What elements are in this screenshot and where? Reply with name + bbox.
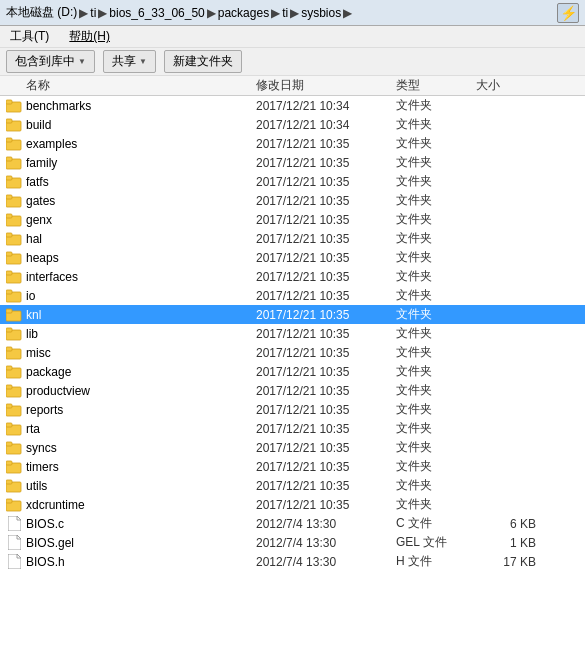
svg-rect-35 (6, 423, 12, 427)
file-name: utils (26, 479, 256, 493)
table-row[interactable]: gates2017/12/21 10:35文件夹 (0, 191, 585, 210)
new-folder-label: 新建文件夹 (173, 53, 233, 70)
path-packages[interactable]: packages (218, 6, 269, 20)
share-label: 共享 (112, 53, 136, 70)
table-row[interactable]: interfaces2017/12/21 10:35文件夹 (0, 267, 585, 286)
folder-icon (6, 422, 22, 436)
file-type: 文件夹 (396, 344, 476, 361)
table-row[interactable]: rta2017/12/21 10:35文件夹 (0, 419, 585, 438)
file-name: hal (26, 232, 256, 246)
file-name: build (26, 118, 256, 132)
table-row[interactable]: productview2017/12/21 10:35文件夹 (0, 381, 585, 400)
col-header-type[interactable]: 类型 (396, 77, 476, 94)
path-drive[interactable]: 本地磁盘 (D:) (6, 4, 77, 21)
table-row[interactable]: package2017/12/21 10:35文件夹 (0, 362, 585, 381)
file-type: 文件夹 (396, 458, 476, 475)
file-icon (6, 517, 22, 531)
file-type: 文件夹 (396, 401, 476, 418)
table-row[interactable]: family2017/12/21 10:35文件夹 (0, 153, 585, 172)
file-name: timers (26, 460, 256, 474)
file-type: 文件夹 (396, 154, 476, 171)
file-name: fatfs (26, 175, 256, 189)
file-size: 17 KB (476, 555, 536, 569)
folder-icon (6, 346, 22, 360)
file-date: 2017/12/21 10:35 (256, 308, 396, 322)
folder-icon (6, 156, 22, 170)
svg-rect-5 (6, 138, 12, 142)
file-name: BIOS.c (26, 517, 256, 531)
new-folder-button[interactable]: 新建文件夹 (164, 50, 242, 73)
file-name: misc (26, 346, 256, 360)
folder-icon (6, 175, 22, 189)
file-type: 文件夹 (396, 135, 476, 152)
path-bios[interactable]: bios_6_33_06_50 (109, 6, 204, 20)
file-date: 2017/12/21 10:35 (256, 156, 396, 170)
path-ti2[interactable]: ti (282, 6, 288, 20)
file-date: 2017/12/21 10:35 (256, 479, 396, 493)
table-row[interactable]: heaps2017/12/21 10:35文件夹 (0, 248, 585, 267)
add-to-library-button[interactable]: 包含到库中 ▼ (6, 50, 95, 73)
menu-tools[interactable]: 工具(T) (6, 27, 53, 46)
file-type: 文件夹 (396, 439, 476, 456)
table-row[interactable]: syncs2017/12/21 10:35文件夹 (0, 438, 585, 457)
table-row[interactable]: BIOS.h2012/7/4 13:30H 文件17 KB (0, 552, 585, 571)
svg-rect-15 (6, 233, 12, 237)
path-sysbios[interactable]: sysbios (301, 6, 341, 20)
path-ti1[interactable]: ti (90, 6, 96, 20)
add-to-library-label: 包含到库中 (15, 53, 75, 70)
table-row[interactable]: build2017/12/21 10:34文件夹 (0, 115, 585, 134)
table-row[interactable]: xdcruntime2017/12/21 10:35文件夹 (0, 495, 585, 514)
folder-icon (6, 384, 22, 398)
table-row[interactable]: BIOS.c2012/7/4 13:30C 文件6 KB (0, 514, 585, 533)
file-name: family (26, 156, 256, 170)
table-row[interactable]: misc2017/12/21 10:35文件夹 (0, 343, 585, 362)
file-name: io (26, 289, 256, 303)
svg-rect-33 (6, 404, 12, 408)
file-name: xdcruntime (26, 498, 256, 512)
file-name: syncs (26, 441, 256, 455)
table-row[interactable]: genx2017/12/21 10:35文件夹 (0, 210, 585, 229)
col-header-size[interactable]: 大小 (476, 77, 536, 94)
column-headers: 名称 修改日期 类型 大小 (0, 76, 585, 96)
file-name: gates (26, 194, 256, 208)
file-name: knl (26, 308, 256, 322)
share-arrow: ▼ (139, 57, 147, 66)
file-name: genx (26, 213, 256, 227)
file-type: C 文件 (396, 515, 476, 532)
file-type: 文件夹 (396, 192, 476, 209)
file-type: 文件夹 (396, 477, 476, 494)
menu-help[interactable]: 帮助(H) (65, 27, 114, 46)
table-row[interactable]: benchmarks2017/12/21 10:34文件夹 (0, 96, 585, 115)
file-type: 文件夹 (396, 306, 476, 323)
table-row[interactable]: lib2017/12/21 10:35文件夹 (0, 324, 585, 343)
file-date: 2017/12/21 10:35 (256, 422, 396, 436)
address-bar: 本地磁盘 (D:) ▶ ti ▶ bios_6_33_06_50 ▶ packa… (0, 0, 585, 26)
folder-icon (6, 289, 22, 303)
table-row[interactable]: utils2017/12/21 10:35文件夹 (0, 476, 585, 495)
file-icon (6, 555, 22, 569)
file-date: 2017/12/21 10:35 (256, 270, 396, 284)
refresh-button[interactable]: ⚡ (557, 3, 579, 23)
svg-rect-13 (6, 214, 12, 218)
table-row[interactable]: examples2017/12/21 10:35文件夹 (0, 134, 585, 153)
table-row[interactable]: reports2017/12/21 10:35文件夹 (0, 400, 585, 419)
table-row[interactable]: fatfs2017/12/21 10:35文件夹 (0, 172, 585, 191)
share-button[interactable]: 共享 ▼ (103, 50, 156, 73)
file-date: 2017/12/21 10:34 (256, 118, 396, 132)
table-row[interactable]: io2017/12/21 10:35文件夹 (0, 286, 585, 305)
folder-icon (6, 251, 22, 265)
menu-bar: 工具(T) 帮助(H) (0, 26, 585, 48)
table-row[interactable]: knl2017/12/21 10:35文件夹 (0, 305, 585, 324)
file-date: 2012/7/4 13:30 (256, 555, 396, 569)
svg-rect-31 (6, 385, 12, 389)
table-row[interactable]: hal2017/12/21 10:35文件夹 (0, 229, 585, 248)
col-header-date[interactable]: 修改日期 (256, 77, 396, 94)
file-name: BIOS.h (26, 555, 256, 569)
col-header-name[interactable]: 名称 (6, 77, 256, 94)
file-name: interfaces (26, 270, 256, 284)
file-type: 文件夹 (396, 268, 476, 285)
table-row[interactable]: timers2017/12/21 10:35文件夹 (0, 457, 585, 476)
folder-icon (6, 308, 22, 322)
table-row[interactable]: BIOS.gel2012/7/4 13:30GEL 文件1 KB (0, 533, 585, 552)
file-icon (6, 536, 22, 550)
